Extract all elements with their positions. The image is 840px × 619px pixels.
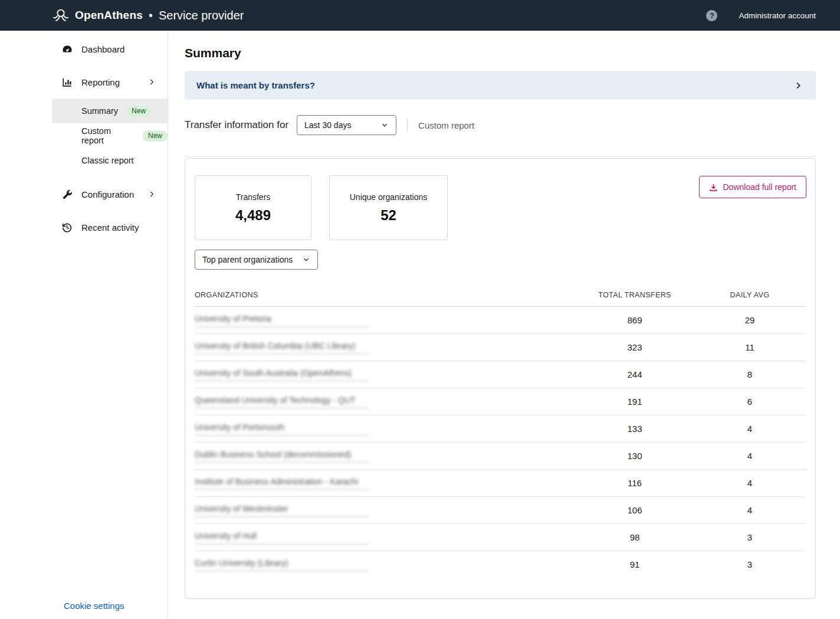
table-header-row: ORGANIZATIONS TOTAL TRANSFERS DAILY AVG <box>195 286 806 307</box>
total-transfers-cell: 106 <box>576 497 694 524</box>
date-range-select[interactable]: Last 30 days <box>297 115 396 135</box>
total-transfers-cell: 91 <box>576 551 694 578</box>
table-row: University of Pretoria 869 29 <box>195 307 806 334</box>
cookie-settings-link[interactable]: Cookie settings <box>64 601 124 611</box>
brand-separator: • <box>149 9 153 22</box>
date-range-value: Last 30 days <box>304 120 351 130</box>
table-row: University of Westminster 106 4 <box>195 497 806 524</box>
sidebar-item-configuration[interactable]: Configuration <box>0 178 168 211</box>
organization-cell: University of Hull <box>195 524 576 551</box>
download-report-button[interactable]: Download full report <box>699 176 806 198</box>
organization-cell: University of Westminster <box>195 497 576 524</box>
sidebar-item-label: Configuration <box>81 189 134 199</box>
filter-label: Transfer information for <box>185 119 288 131</box>
daily-avg-cell: 3 <box>694 524 806 551</box>
total-transfers-cell: 130 <box>576 443 694 470</box>
banner-text: What is meant by transfers? <box>196 80 315 90</box>
daily-avg-cell: 29 <box>694 307 806 334</box>
organization-cell: Institute of Business Administration - K… <box>195 470 576 497</box>
sidebar-item-reporting[interactable]: Reporting <box>0 65 168 99</box>
table-row: Institute of Business Administration - K… <box>195 470 806 497</box>
organization-link[interactable]: University of South Australia (OpenAthen… <box>195 368 369 381</box>
brand-home-link[interactable]: OpenAthens • Service provider <box>52 6 244 24</box>
main-content: Summary What is meant by transfers? Tran… <box>168 31 840 619</box>
organizations-header: ORGANIZATIONS <box>195 286 576 307</box>
topbar: OpenAthens • Service provider ? Administ… <box>0 0 840 31</box>
daily-avg-cell: 8 <box>694 361 806 388</box>
table-row: University of Hull 98 3 <box>195 524 806 551</box>
daily-avg-cell: 4 <box>694 415 806 443</box>
daily-avg-cell: 4 <box>694 497 806 524</box>
sidebar: Dashboard Reporting Summary New Custom r… <box>0 31 168 619</box>
table-row: University of British Columbia (UBC Libr… <box>195 334 806 361</box>
table-row: Curtin University (Library) 91 3 <box>195 551 806 578</box>
wrench-icon <box>61 189 73 200</box>
organization-link[interactable]: Institute of Business Administration - K… <box>195 477 369 490</box>
vertical-divider <box>407 119 408 132</box>
organization-link[interactable]: University of Pretoria <box>195 314 369 327</box>
sidebar-item-label: Recent activity <box>81 222 139 232</box>
org-grouping-value: Top parent organizations <box>202 255 293 264</box>
total-transfers-cell: 323 <box>576 334 694 361</box>
organization-link[interactable]: Dublin Business School (decommissioned) <box>195 450 369 463</box>
daily-avg-cell: 3 <box>694 551 806 578</box>
organization-cell: University of Pretoria <box>195 307 576 334</box>
dashboard-icon <box>61 43 73 55</box>
organization-cell: University of British Columbia (UBC Libr… <box>195 334 576 361</box>
report-card: Download full report Transfers 4,489 Uni… <box>185 158 816 599</box>
total-transfers-cell: 116 <box>576 470 694 497</box>
total-transfers-cell: 244 <box>576 361 694 388</box>
sidebar-item-label: Custom report <box>81 126 134 145</box>
total-transfers-cell: 191 <box>576 388 694 415</box>
help-icon[interactable]: ? <box>706 10 717 21</box>
section-divider <box>185 156 816 157</box>
organization-link[interactable]: University of Portsmouth <box>195 423 369 435</box>
organization-cell: Queensland University of Technology - QU… <box>195 388 576 415</box>
organization-cell: University of South Australia (OpenAthen… <box>195 361 576 388</box>
sidebar-item-recent-activity[interactable]: Recent activity <box>0 211 168 244</box>
organization-link[interactable]: Curtin University (Library) <box>195 558 369 571</box>
chevron-right-icon <box>147 190 156 198</box>
total-transfers-cell: 869 <box>576 307 694 334</box>
sidebar-item-summary[interactable]: Summary New <box>52 99 168 123</box>
daily-avg-cell: 6 <box>694 388 806 415</box>
chevron-down-icon <box>296 256 310 264</box>
download-button-label: Download full report <box>723 182 796 192</box>
organization-cell: University of Portsmouth <box>195 415 576 443</box>
organization-link[interactable]: University of Westminster <box>195 504 369 517</box>
account-menu[interactable]: Administrator account <box>739 11 816 20</box>
daily-avg-cell: 4 <box>694 470 806 497</box>
history-icon <box>61 222 73 233</box>
sidebar-item-dashboard[interactable]: Dashboard <box>0 32 168 65</box>
table-row: Dublin Business School (decommissioned) … <box>195 443 806 470</box>
bar-chart-icon <box>61 77 73 88</box>
sidebar-item-label: Dashboard <box>81 44 124 54</box>
chevron-right-icon <box>793 81 803 90</box>
table-row: Queensland University of Technology - QU… <box>195 388 806 415</box>
stat-unique-organizations: Unique organizations 52 <box>329 175 448 240</box>
sidebar-item-classic-report[interactable]: Classic report <box>52 148 168 173</box>
download-icon <box>709 183 718 192</box>
daily-avg-cell: 4 <box>694 443 806 470</box>
organization-link[interactable]: University of British Columbia (UBC Libr… <box>195 341 369 354</box>
organization-cell: Dublin Business School (decommissioned) <box>195 443 576 470</box>
stat-label: Unique organizations <box>350 192 428 202</box>
product-name: Service provider <box>159 9 244 22</box>
filter-row: Transfer information for Last 30 days Cu… <box>185 115 816 135</box>
table-row: University of South Australia (OpenAthen… <box>195 361 806 388</box>
organization-link[interactable]: Queensland University of Technology - QU… <box>195 395 369 408</box>
organization-link[interactable]: University of Hull <box>195 531 369 544</box>
custom-report-link[interactable]: Custom report <box>418 120 474 130</box>
new-badge: New <box>143 130 168 142</box>
page-title: Summary <box>185 46 816 60</box>
openathens-logo-icon <box>52 6 70 24</box>
stat-value: 52 <box>380 207 396 224</box>
sidebar-item-custom-report[interactable]: Custom report New <box>52 123 168 148</box>
transfers-info-banner[interactable]: What is meant by transfers? <box>185 71 816 100</box>
chevron-down-icon <box>375 121 389 129</box>
sidebar-item-label: Classic report <box>81 156 134 165</box>
daily-avg-cell: 11 <box>694 334 806 361</box>
daily-avg-header: DAILY AVG <box>694 286 806 307</box>
sidebar-item-label: Summary <box>81 106 118 116</box>
org-grouping-select[interactable]: Top parent organizations <box>195 250 318 270</box>
